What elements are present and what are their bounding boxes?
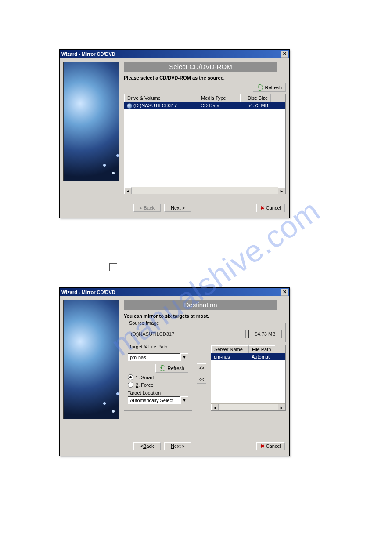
step-instruction: You can mirror to six targets at most. [124, 313, 286, 319]
source-size-field: 54.73 MB [248, 330, 282, 338]
next-button[interactable]: Next > [164, 204, 191, 212]
target-location-combo[interactable]: Automatically Select ▼ [128, 396, 188, 404]
h-scrollbar[interactable]: ◄ ► [124, 187, 285, 194]
radio-icon [128, 374, 133, 380]
remove-target-button[interactable]: << [197, 375, 206, 384]
col-drive[interactable]: Drive & Volume [124, 94, 198, 102]
target-location-label: Target Location [128, 390, 188, 395]
combo-value: pm-nas [128, 353, 180, 361]
titlebar: Wizard - Mirror CD/DVD ✕ [60, 288, 289, 296]
col-filepath[interactable]: File Path [249, 345, 275, 353]
next-button[interactable]: Next > [164, 442, 191, 450]
close-button[interactable]: ✕ [281, 51, 288, 58]
refresh-label: Refresh [167, 366, 184, 371]
col-media[interactable]: Media Type [198, 94, 240, 102]
close-icon: ✕ [283, 290, 287, 294]
cancel-label: Cancel [266, 443, 281, 449]
step-banner: Destination [124, 300, 277, 310]
add-target-button[interactable]: >> [197, 363, 206, 372]
scroll-right-icon[interactable]: ► [278, 404, 285, 411]
dialog-title: Wizard - Mirror CD/DVD [61, 51, 115, 57]
cancel-button[interactable]: ✖ Cancel [256, 442, 285, 450]
scroll-right-icon[interactable]: ► [278, 187, 285, 194]
wizard-destination-dialog: Wizard - Mirror CD/DVD ✕ Destination You… [59, 287, 290, 456]
source-path-field: (D:)NASUTILCD317 [128, 330, 246, 338]
checkbox-marker [109, 263, 117, 271]
listview-header: Server Name File Path [211, 345, 285, 353]
combo-value: Automatically Select [128, 396, 180, 404]
chevron-down-icon[interactable]: ▼ [180, 353, 188, 361]
wizard-select-source-dialog: Wizard - Mirror CD/DVD ✕ Select CD/DVD-R… [59, 49, 290, 218]
col-server[interactable]: Server Name [211, 345, 249, 353]
chevron-down-icon[interactable]: ▼ [180, 396, 188, 404]
target-filepath-fieldset: Target & File Path pm-nas ▼ Refresh [124, 347, 192, 411]
dialog-title: Wizard - Mirror CD/DVD [61, 290, 115, 295]
force-radio[interactable]: 2. Force [128, 382, 188, 388]
h-scrollbar[interactable]: ◄ ► [211, 403, 285, 410]
cd-icon [127, 103, 132, 109]
cdrom-listview[interactable]: Drive & Volume Media Type Disc Size (D:)… [124, 94, 286, 194]
cell-drive: (D:)NASUTILCD317 [133, 103, 177, 108]
source-image-fieldset: Source Image (D:)NASUTILCD317 54.73 MB [124, 323, 286, 342]
back-button[interactable]: < Back [133, 442, 161, 450]
listview-header: Drive & Volume Media Type Disc Size [124, 94, 285, 102]
close-button[interactable]: ✕ [281, 289, 288, 296]
list-item[interactable]: (D:)NASUTILCD317 CD-Data 54.73 MB [124, 102, 285, 109]
titlebar: Wizard - Mirror CD/DVD ✕ [60, 50, 289, 58]
targets-listview[interactable]: Server Name File Path pm-nas Automat [211, 345, 286, 411]
cell-filepath: Automat [249, 353, 275, 360]
refresh-label-tail: efresh [268, 85, 282, 90]
refresh-icon [159, 365, 165, 371]
col-size[interactable]: Disc Size [240, 94, 271, 102]
step-banner: Select CD/DVD-ROM [124, 62, 277, 72]
smart-radio[interactable]: 1. Smart [128, 374, 188, 380]
cancel-button[interactable]: ✖ Cancel [256, 204, 285, 212]
cancel-label: Cancel [266, 205, 281, 210]
refresh-icon [257, 84, 263, 91]
cancel-x-icon: ✖ [260, 205, 264, 211]
cell-server: pm-nas [211, 353, 249, 360]
cell-size: 54.73 MB [240, 102, 271, 109]
refresh-button[interactable]: Refresh [253, 83, 286, 92]
cell-media: CD-Data [198, 102, 240, 109]
scroll-left-icon[interactable]: ◄ [124, 187, 132, 194]
cancel-x-icon: ✖ [260, 443, 264, 449]
source-legend: Source Image [128, 320, 160, 326]
close-icon: ✕ [283, 51, 287, 56]
step-instruction: Please select a CD/DVD-ROM as the source… [124, 75, 286, 80]
back-button: < Back [133, 204, 161, 212]
wizard-side-image [63, 62, 119, 181]
target-server-combo[interactable]: pm-nas ▼ [128, 353, 188, 361]
scroll-left-icon[interactable]: ◄ [211, 404, 219, 411]
list-item[interactable]: pm-nas Automat [211, 353, 285, 360]
target-legend: Target & File Path [128, 344, 169, 349]
wizard-side-image [63, 300, 119, 419]
radio-icon [128, 382, 133, 388]
refresh-targets-button[interactable]: Refresh [155, 364, 188, 373]
